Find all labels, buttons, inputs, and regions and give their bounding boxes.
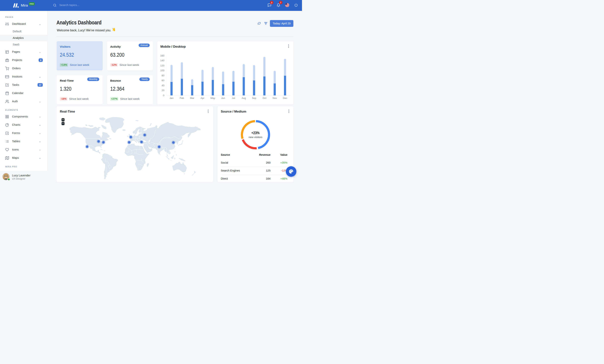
- svg-text:120: 120: [160, 64, 164, 67]
- svg-text:60: 60: [162, 79, 164, 82]
- svg-text:20: 20: [162, 89, 164, 92]
- svg-text:100: 100: [160, 69, 164, 72]
- svg-text:Sep: Sep: [252, 97, 256, 100]
- svg-text:Dec: Dec: [283, 97, 287, 100]
- svg-text:140: 140: [160, 59, 164, 62]
- svg-text:May: May: [211, 97, 215, 100]
- svg-text:Jan: Jan: [170, 97, 174, 100]
- svg-text:80: 80: [162, 74, 164, 77]
- svg-text:160: 160: [160, 54, 164, 57]
- svg-text:Feb: Feb: [180, 97, 184, 100]
- svg-text:Jul: Jul: [232, 97, 235, 100]
- svg-text:Apr: Apr: [201, 97, 204, 100]
- svg-text:Mar: Mar: [190, 97, 194, 100]
- svg-text:Jun: Jun: [221, 97, 225, 100]
- svg-text:0: 0: [163, 94, 164, 97]
- svg-text:Oct: Oct: [263, 97, 266, 100]
- svg-text:Nov: Nov: [273, 97, 277, 100]
- svg-text:Aug: Aug: [242, 97, 246, 100]
- svg-text:40: 40: [162, 84, 164, 87]
